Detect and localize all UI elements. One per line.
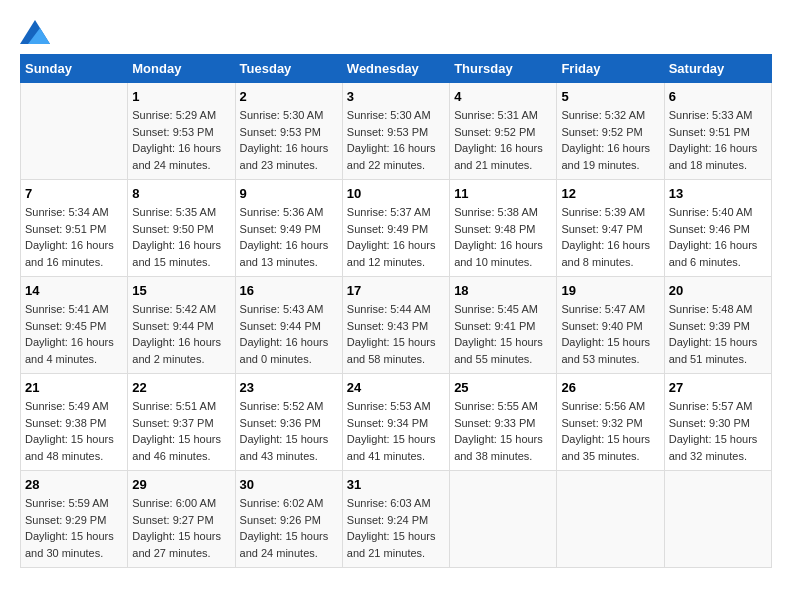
cell-info-line: Sunset: 9:33 PM	[454, 415, 552, 432]
cell-info-line: Sunrise: 5:33 AM	[669, 107, 767, 124]
cell-info-line: and 55 minutes.	[454, 351, 552, 368]
calendar-cell-2-1: 7Sunrise: 5:34 AMSunset: 9:51 PMDaylight…	[21, 180, 128, 277]
cell-info-line: Daylight: 15 hours	[347, 431, 445, 448]
cell-info-line: and 58 minutes.	[347, 351, 445, 368]
cell-info-line: Sunrise: 5:52 AM	[240, 398, 338, 415]
date-number: 30	[240, 477, 338, 492]
cell-info-line: Sunset: 9:38 PM	[25, 415, 123, 432]
cell-info-line: Sunset: 9:32 PM	[561, 415, 659, 432]
cell-info-line: Daylight: 16 hours	[240, 334, 338, 351]
cell-info-line: and 19 minutes.	[561, 157, 659, 174]
cell-info-line: Sunset: 9:53 PM	[240, 124, 338, 141]
calendar-cell-1-3: 2Sunrise: 5:30 AMSunset: 9:53 PMDaylight…	[235, 83, 342, 180]
cell-info-line: Sunset: 9:40 PM	[561, 318, 659, 335]
cell-info-line: Sunset: 9:53 PM	[347, 124, 445, 141]
cell-info-line: Sunset: 9:53 PM	[132, 124, 230, 141]
calendar-header: SundayMondayTuesdayWednesdayThursdayFrid…	[21, 55, 772, 83]
date-number: 20	[669, 283, 767, 298]
cell-info-line: Sunset: 9:45 PM	[25, 318, 123, 335]
date-number: 1	[132, 89, 230, 104]
calendar-cell-2-2: 8Sunrise: 5:35 AMSunset: 9:50 PMDaylight…	[128, 180, 235, 277]
cell-info-line: Sunset: 9:46 PM	[669, 221, 767, 238]
cell-info-line: Sunset: 9:30 PM	[669, 415, 767, 432]
cell-info-line: and 24 minutes.	[132, 157, 230, 174]
cell-info-line: Daylight: 15 hours	[25, 431, 123, 448]
cell-info-line: Daylight: 16 hours	[132, 334, 230, 351]
cell-info-line: and 27 minutes.	[132, 545, 230, 562]
calendar-cell-3-4: 17Sunrise: 5:44 AMSunset: 9:43 PMDayligh…	[342, 277, 449, 374]
cell-info-line: Daylight: 15 hours	[347, 528, 445, 545]
calendar-cell-1-7: 6Sunrise: 5:33 AMSunset: 9:51 PMDaylight…	[664, 83, 771, 180]
cell-info-line: Daylight: 15 hours	[240, 528, 338, 545]
date-number: 7	[25, 186, 123, 201]
logo	[20, 20, 54, 44]
day-header-sunday: Sunday	[21, 55, 128, 83]
cell-info-line: Sunrise: 6:00 AM	[132, 495, 230, 512]
cell-info-line: Sunset: 9:52 PM	[561, 124, 659, 141]
cell-info-line: Daylight: 15 hours	[240, 431, 338, 448]
date-number: 21	[25, 380, 123, 395]
cell-info-line: Daylight: 15 hours	[561, 431, 659, 448]
cell-info-line: Sunset: 9:48 PM	[454, 221, 552, 238]
date-number: 13	[669, 186, 767, 201]
cell-info-line: Sunrise: 5:39 AM	[561, 204, 659, 221]
cell-info-line: and 46 minutes.	[132, 448, 230, 465]
cell-info-line: Sunset: 9:41 PM	[454, 318, 552, 335]
cell-info-line: Sunrise: 5:49 AM	[25, 398, 123, 415]
calendar-cell-3-5: 18Sunrise: 5:45 AMSunset: 9:41 PMDayligh…	[450, 277, 557, 374]
calendar-cell-2-7: 13Sunrise: 5:40 AMSunset: 9:46 PMDayligh…	[664, 180, 771, 277]
cell-info-line: Daylight: 16 hours	[454, 140, 552, 157]
cell-info-line: Daylight: 15 hours	[132, 431, 230, 448]
cell-info-line: Daylight: 16 hours	[561, 140, 659, 157]
cell-info-line: and 12 minutes.	[347, 254, 445, 271]
cell-info-line: Sunrise: 5:42 AM	[132, 301, 230, 318]
calendar-cell-5-2: 29Sunrise: 6:00 AMSunset: 9:27 PMDayligh…	[128, 471, 235, 568]
cell-info-line: Sunrise: 5:53 AM	[347, 398, 445, 415]
cell-info-line: Sunrise: 5:44 AM	[347, 301, 445, 318]
cell-info-line: and 4 minutes.	[25, 351, 123, 368]
cell-info-line: Daylight: 16 hours	[669, 237, 767, 254]
cell-info-line: and 21 minutes.	[347, 545, 445, 562]
cell-info-line: Daylight: 16 hours	[25, 334, 123, 351]
cell-info-line: Sunset: 9:44 PM	[240, 318, 338, 335]
cell-info-line: Sunset: 9:27 PM	[132, 512, 230, 529]
calendar-cell-2-3: 9Sunrise: 5:36 AMSunset: 9:49 PMDaylight…	[235, 180, 342, 277]
header	[20, 20, 772, 44]
calendar-cell-4-3: 23Sunrise: 5:52 AMSunset: 9:36 PMDayligh…	[235, 374, 342, 471]
cell-info-line: Daylight: 15 hours	[25, 528, 123, 545]
cell-info-line: Sunset: 9:51 PM	[669, 124, 767, 141]
date-number: 10	[347, 186, 445, 201]
week-row-2: 7Sunrise: 5:34 AMSunset: 9:51 PMDaylight…	[21, 180, 772, 277]
cell-info-line: and 35 minutes.	[561, 448, 659, 465]
cell-info-line: Sunset: 9:49 PM	[347, 221, 445, 238]
cell-info-line: Daylight: 16 hours	[454, 237, 552, 254]
cell-info-line: Sunrise: 5:51 AM	[132, 398, 230, 415]
calendar-cell-5-6	[557, 471, 664, 568]
cell-info-line: Sunrise: 5:29 AM	[132, 107, 230, 124]
calendar-cell-1-2: 1Sunrise: 5:29 AMSunset: 9:53 PMDaylight…	[128, 83, 235, 180]
cell-info-line: Sunrise: 5:38 AM	[454, 204, 552, 221]
date-number: 5	[561, 89, 659, 104]
date-number: 8	[132, 186, 230, 201]
calendar-cell-3-6: 19Sunrise: 5:47 AMSunset: 9:40 PMDayligh…	[557, 277, 664, 374]
calendar-cell-1-1	[21, 83, 128, 180]
cell-info-line: Daylight: 15 hours	[454, 431, 552, 448]
calendar-cell-5-3: 30Sunrise: 6:02 AMSunset: 9:26 PMDayligh…	[235, 471, 342, 568]
cell-info-line: and 51 minutes.	[669, 351, 767, 368]
calendar-cell-4-5: 25Sunrise: 5:55 AMSunset: 9:33 PMDayligh…	[450, 374, 557, 471]
calendar-cell-4-1: 21Sunrise: 5:49 AMSunset: 9:38 PMDayligh…	[21, 374, 128, 471]
calendar-cell-1-5: 4Sunrise: 5:31 AMSunset: 9:52 PMDaylight…	[450, 83, 557, 180]
cell-info-line: Sunrise: 5:47 AM	[561, 301, 659, 318]
cell-info-line: Sunrise: 5:32 AM	[561, 107, 659, 124]
calendar-cell-4-2: 22Sunrise: 5:51 AMSunset: 9:37 PMDayligh…	[128, 374, 235, 471]
cell-info-line: and 8 minutes.	[561, 254, 659, 271]
date-number: 25	[454, 380, 552, 395]
cell-info-line: Sunset: 9:37 PM	[132, 415, 230, 432]
calendar-cell-5-5	[450, 471, 557, 568]
cell-info-line: Daylight: 15 hours	[132, 528, 230, 545]
cell-info-line: Sunset: 9:49 PM	[240, 221, 338, 238]
cell-info-line: and 15 minutes.	[132, 254, 230, 271]
calendar-cell-5-4: 31Sunrise: 6:03 AMSunset: 9:24 PMDayligh…	[342, 471, 449, 568]
cell-info-line: Sunset: 9:34 PM	[347, 415, 445, 432]
cell-info-line: Daylight: 15 hours	[669, 334, 767, 351]
